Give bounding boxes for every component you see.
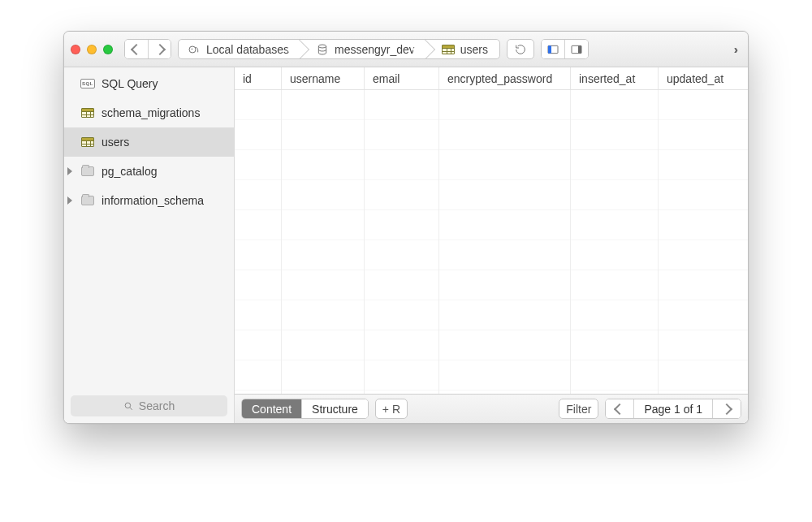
minimize-window-button[interactable] xyxy=(87,45,97,54)
breadcrumb-label: messengyr_dev xyxy=(335,43,415,56)
left-pane-toggle[interactable] xyxy=(542,40,564,58)
tab-content[interactable]: Content xyxy=(242,399,301,419)
nav-back-forward xyxy=(124,39,171,59)
pane-layout-toggle xyxy=(541,39,589,59)
sidebar-list: SQL SQL Query schema_migrations users xyxy=(64,67,234,389)
table-icon xyxy=(80,136,95,148)
next-page-button[interactable] xyxy=(712,399,741,419)
chevron-double-right-icon: ›› xyxy=(734,43,735,56)
chevron-right-icon xyxy=(721,403,732,414)
search-icon xyxy=(123,401,134,412)
content-structure-tabs: Content Structure xyxy=(241,399,369,419)
svg-rect-4 xyxy=(548,45,551,53)
window-controls xyxy=(71,45,113,54)
svg-point-0 xyxy=(189,46,196,53)
breadcrumb-label: users xyxy=(460,43,488,56)
svg-rect-6 xyxy=(578,45,581,53)
sidebar-item-label: schema_migrations xyxy=(102,106,200,119)
elephant-icon xyxy=(187,44,201,55)
pagination: Page 1 of 1 xyxy=(605,399,741,419)
sidebar-item-pg-catalog[interactable]: pg_catalog xyxy=(64,157,234,186)
sidebar-item-label: SQL Query xyxy=(102,77,158,90)
column-header-id[interactable]: id xyxy=(235,67,282,89)
table-icon xyxy=(441,44,456,55)
chevron-right-icon xyxy=(153,43,165,54)
table-body-empty[interactable] xyxy=(235,90,748,394)
left-pane-icon xyxy=(546,43,559,56)
filter-button[interactable]: Filter xyxy=(559,399,598,419)
nav-back-button[interactable] xyxy=(125,40,148,58)
app-window: Local databases messengyr_dev users xyxy=(63,31,749,424)
svg-point-1 xyxy=(192,48,192,49)
disclosure-triangle-icon[interactable] xyxy=(67,167,72,175)
column-header-encrypted-password[interactable]: encrypted_password xyxy=(439,67,571,89)
table-footer: Content Structure + R Filter Page 1 of 1 xyxy=(235,394,748,423)
breadcrumb-database[interactable]: messengyr_dev xyxy=(300,40,426,58)
column-header-username[interactable]: username xyxy=(282,67,365,89)
table-header: id username email encrypted_password ins… xyxy=(235,67,748,90)
sidebar: SQL SQL Query schema_migrations users xyxy=(64,67,235,423)
svg-point-2 xyxy=(318,45,326,48)
reload-button[interactable] xyxy=(507,39,534,59)
sidebar-item-label: users xyxy=(102,136,129,149)
sidebar-item-users[interactable]: users xyxy=(64,127,234,157)
column-header-email[interactable]: email xyxy=(365,67,439,89)
breadcrumb: Local databases messengyr_dev users xyxy=(178,39,500,59)
titlebar: Local databases messengyr_dev users xyxy=(64,32,748,67)
add-row-button[interactable]: + R xyxy=(375,399,408,419)
close-window-button[interactable] xyxy=(71,45,80,54)
zoom-window-button[interactable] xyxy=(103,45,113,54)
table-view: id username email encrypted_password ins… xyxy=(235,67,748,423)
sidebar-search-placeholder: Search xyxy=(139,399,175,412)
tab-structure[interactable]: Structure xyxy=(301,399,368,419)
column-header-inserted-at[interactable]: inserted_at xyxy=(571,67,659,89)
right-pane-toggle[interactable] xyxy=(564,40,588,58)
database-icon xyxy=(315,44,330,55)
table-icon xyxy=(80,107,95,119)
sidebar-item-sql-query[interactable]: SQL SQL Query xyxy=(64,69,234,98)
right-pane-icon xyxy=(570,43,583,56)
breadcrumb-label: Local databases xyxy=(206,43,289,56)
folder-icon xyxy=(80,195,95,206)
folder-icon xyxy=(80,166,95,177)
reload-icon xyxy=(514,43,527,56)
column-header-updated-at[interactable]: updated_at xyxy=(659,67,745,89)
svg-point-7 xyxy=(125,403,131,408)
page-indicator: Page 1 of 1 xyxy=(633,399,712,419)
sidebar-item-label: information_schema xyxy=(102,194,204,207)
sql-icon: SQL xyxy=(80,78,95,89)
disclosure-triangle-icon[interactable] xyxy=(67,196,72,205)
sidebar-search-input[interactable]: Search xyxy=(71,395,227,416)
breadcrumb-table[interactable]: users xyxy=(426,40,499,58)
grid-column-dividers xyxy=(235,90,748,394)
toolbar-overflow-button[interactable]: ›› xyxy=(728,39,741,59)
nav-forward-button[interactable] xyxy=(148,40,171,58)
breadcrumb-local-databases[interactable]: Local databases xyxy=(179,40,300,58)
chevron-left-icon xyxy=(131,43,142,54)
sidebar-item-schema-migrations[interactable]: schema_migrations xyxy=(64,98,234,127)
prev-page-button[interactable] xyxy=(606,399,633,419)
sidebar-item-information-schema[interactable]: information_schema xyxy=(64,186,234,215)
chevron-left-icon xyxy=(614,403,625,414)
sidebar-item-label: pg_catalog xyxy=(102,165,158,178)
